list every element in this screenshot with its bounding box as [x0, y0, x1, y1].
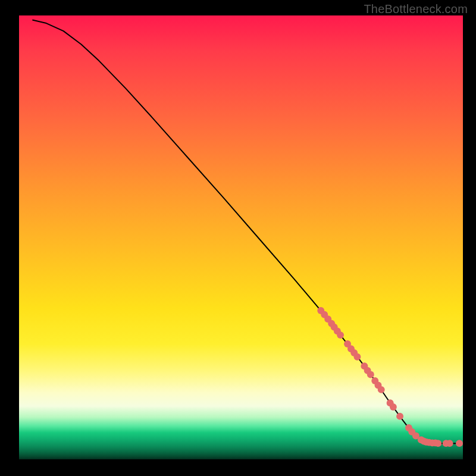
highlight-dot	[337, 331, 344, 339]
chart-plot-area	[19, 15, 463, 459]
watermark-text: TheBottleneck.com	[364, 2, 468, 16]
chart-curve	[32, 20, 458, 443]
highlight-dot	[378, 386, 385, 393]
highlight-dot	[434, 440, 441, 447]
highlight-dot	[390, 403, 397, 411]
highlight-dot	[456, 440, 463, 447]
chart-highlight-points	[317, 307, 463, 447]
chart-overlay-svg	[19, 15, 463, 459]
highlight-dot	[367, 371, 374, 378]
highlight-dot	[446, 440, 453, 447]
highlight-dot	[396, 413, 403, 420]
highlight-dot	[353, 353, 361, 361]
